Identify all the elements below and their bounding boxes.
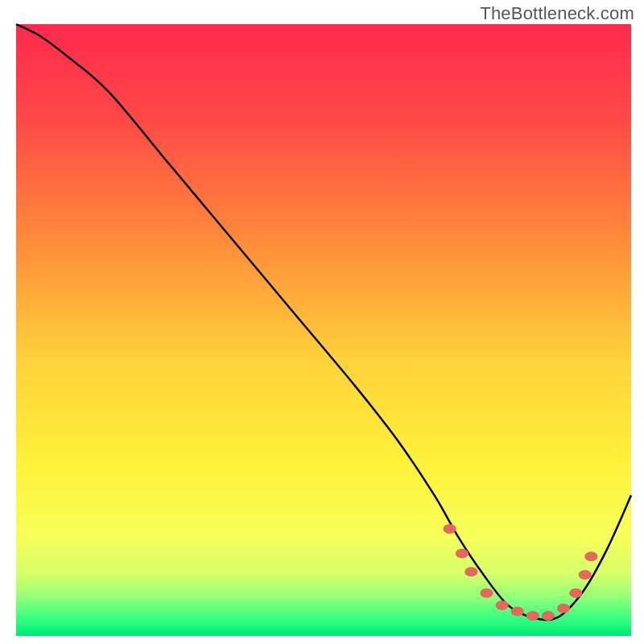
marker-dot bbox=[495, 601, 508, 610]
marker-dot bbox=[464, 567, 477, 576]
marker-dot bbox=[557, 604, 570, 613]
marker-dot bbox=[480, 588, 493, 598]
marker-dot bbox=[511, 607, 524, 617]
marker-dot bbox=[542, 611, 555, 621]
bottleneck-plot bbox=[0, 0, 644, 644]
chart-stage: TheBottleneck.com bbox=[0, 0, 644, 644]
marker-dot bbox=[579, 570, 592, 580]
plot-background bbox=[16, 24, 631, 636]
marker-dot bbox=[526, 611, 539, 621]
marker-dot bbox=[444, 524, 456, 534]
marker-dot bbox=[584, 551, 597, 561]
marker-dot bbox=[569, 588, 582, 598]
marker-dot bbox=[456, 548, 469, 558]
